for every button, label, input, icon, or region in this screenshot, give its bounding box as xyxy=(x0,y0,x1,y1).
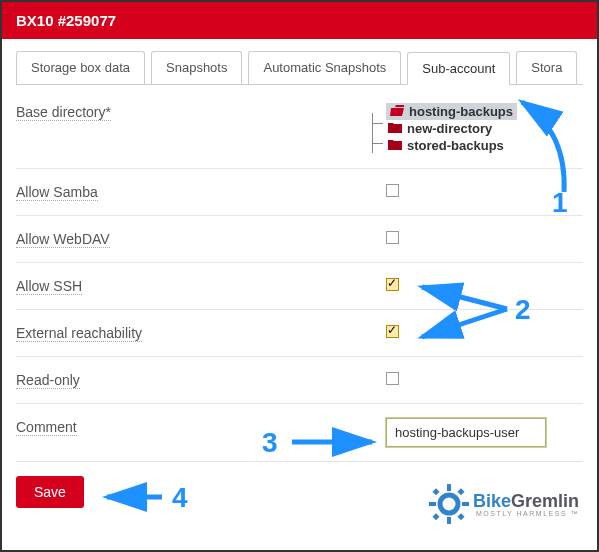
tab-sub-account[interactable]: Sub-account xyxy=(407,52,510,85)
tab-label: Automatic Snapshots xyxy=(263,60,386,75)
row-base-directory: Base directory* hosting-backups new-dire… xyxy=(16,85,583,169)
window-title: BX10 #259077 xyxy=(16,12,116,29)
allow-samba-label: Allow Samba xyxy=(16,184,98,201)
comment-label: Comment xyxy=(16,419,77,436)
row-external-reachability: External reachability xyxy=(16,310,583,357)
tab-storage-box-data[interactable]: Storage box data xyxy=(16,51,145,84)
base-directory-label: Base directory* xyxy=(16,104,111,121)
folder-icon xyxy=(388,139,402,153)
tab-strip: Storage box data Snapshots Automatic Sna… xyxy=(2,39,597,84)
read-only-label: Read-only xyxy=(16,372,80,389)
tab-extra[interactable]: Stora xyxy=(516,51,577,84)
tab-auto-snapshots[interactable]: Automatic Snapshots xyxy=(248,51,401,84)
tab-label: Stora xyxy=(531,60,562,75)
read-only-checkbox[interactable] xyxy=(386,372,399,385)
tree-node-label: new-directory xyxy=(407,121,492,136)
row-allow-ssh: Allow SSH xyxy=(16,263,583,310)
folder-open-icon xyxy=(390,105,404,119)
row-allow-webdav: Allow WebDAV xyxy=(16,216,583,263)
allow-ssh-label: Allow SSH xyxy=(16,278,82,295)
tab-snapshots[interactable]: Snapshots xyxy=(151,51,242,84)
tab-label: Sub-account xyxy=(422,61,495,76)
row-save: Save xyxy=(16,462,583,522)
tree-connector xyxy=(372,113,373,153)
tree-node-stored-backups[interactable]: stored-backups xyxy=(384,137,508,154)
tree-node-new-directory[interactable]: new-directory xyxy=(384,120,496,137)
ext-reach-checkbox[interactable] xyxy=(386,325,399,338)
directory-tree: hosting-backups new-directory stored-bac… xyxy=(386,103,583,154)
tab-label: Snapshots xyxy=(166,60,227,75)
row-allow-samba: Allow Samba xyxy=(16,169,583,216)
folder-icon xyxy=(388,122,402,136)
row-comment: Comment xyxy=(16,404,583,462)
allow-ssh-checkbox[interactable] xyxy=(386,278,399,291)
comment-input[interactable] xyxy=(386,418,546,447)
allow-webdav-checkbox[interactable] xyxy=(386,231,399,244)
tab-label: Storage box data xyxy=(31,60,130,75)
save-button[interactable]: Save xyxy=(16,476,84,508)
row-read-only: Read-only xyxy=(16,357,583,404)
form-panel: Base directory* hosting-backups new-dire… xyxy=(2,85,597,536)
allow-webdav-label: Allow WebDAV xyxy=(16,231,110,248)
tree-node-label: stored-backups xyxy=(407,138,504,153)
allow-samba-checkbox[interactable] xyxy=(386,184,399,197)
tree-node-hosting-backups[interactable]: hosting-backups xyxy=(386,103,517,120)
window-title-bar: BX10 #259077 xyxy=(2,2,597,39)
save-button-label: Save xyxy=(34,484,66,500)
ext-reach-label: External reachability xyxy=(16,325,142,342)
tree-node-label: hosting-backups xyxy=(409,104,513,119)
